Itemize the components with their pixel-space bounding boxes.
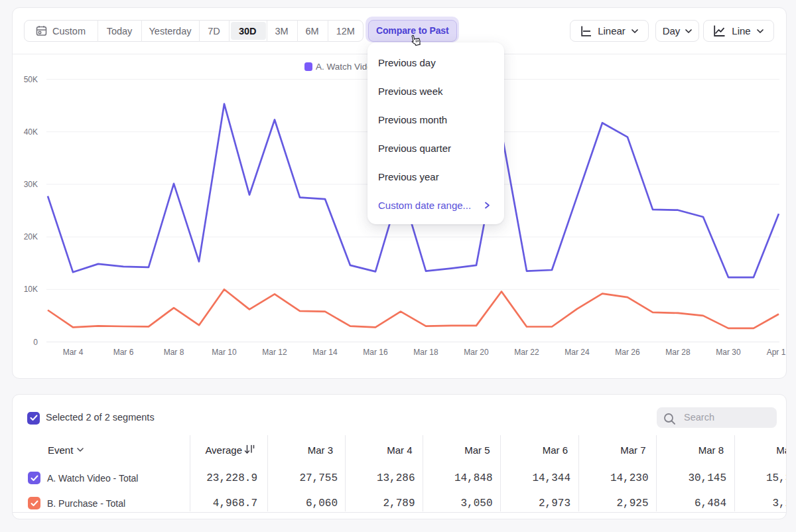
svg-text:Mar 24: Mar 24 <box>564 348 590 357</box>
svg-text:Mar 18: Mar 18 <box>413 348 438 357</box>
svg-text:Mar 6: Mar 6 <box>113 348 134 357</box>
svg-text:Mar 16: Mar 16 <box>363 348 388 357</box>
svg-text:20K: 20K <box>24 232 38 241</box>
svg-text:Mar 10: Mar 10 <box>212 348 237 357</box>
svg-text:40K: 40K <box>24 127 38 137</box>
svg-text:30K: 30K <box>24 180 38 189</box>
svg-text:Apr 1: Apr 1 <box>767 348 786 357</box>
svg-text:Mar 12: Mar 12 <box>262 348 287 357</box>
svg-text:0: 0 <box>33 338 38 347</box>
svg-text:Mar 28: Mar 28 <box>665 348 691 357</box>
svg-text:Mar 22: Mar 22 <box>514 348 539 357</box>
svg-text:50K: 50K <box>24 75 38 84</box>
svg-text:Mar 20: Mar 20 <box>464 348 489 357</box>
svg-text:Mar 14: Mar 14 <box>312 348 338 357</box>
svg-text:Mar 4: Mar 4 <box>63 348 84 357</box>
svg-text:Mar 8: Mar 8 <box>164 348 184 357</box>
svg-text:Mar 26: Mar 26 <box>615 348 640 357</box>
svg-text:Mar 30: Mar 30 <box>716 348 741 357</box>
svg-text:10K: 10K <box>24 285 38 294</box>
